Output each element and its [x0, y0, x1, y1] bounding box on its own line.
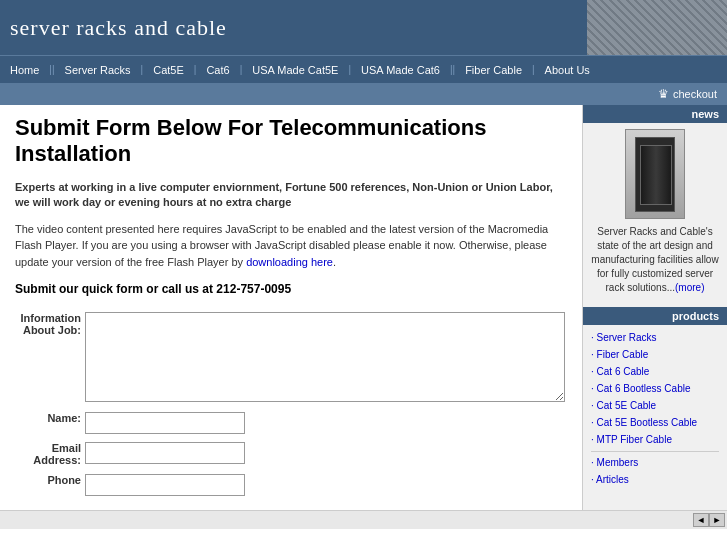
name-cell — [83, 408, 567, 438]
experts-text: Experts at working in a live computer en… — [15, 180, 567, 211]
nav-about-us[interactable]: About Us — [535, 56, 600, 83]
header: server racks and cable — [0, 0, 727, 55]
flash-notice: The video content presented here require… — [15, 221, 567, 271]
info-cell — [83, 308, 567, 408]
layout: Submit Form Below For Telecommunications… — [0, 105, 727, 510]
sidebar-news-text: Server Racks and Cable's state of the ar… — [589, 225, 721, 295]
nav-cat5e[interactable]: Cat5E — [143, 56, 194, 83]
email-cell — [83, 438, 567, 470]
name-label: Name: — [15, 408, 83, 438]
info-label: InformationAbout Job: — [15, 308, 83, 408]
checkout-bar: ♛ checkout — [0, 83, 727, 105]
form-row-info: InformationAbout Job: — [15, 308, 567, 408]
phone-label: Phone — [15, 470, 83, 500]
sidebar-more-link[interactable]: (more) — [675, 282, 704, 293]
sidebar-members-link[interactable]: · Members — [591, 456, 719, 470]
nav-bar: Home || Server Racks | Cat5E | Cat6 | US… — [0, 55, 727, 83]
form-row-phone: Phone — [15, 470, 567, 500]
sidebar-news-content: Server Racks and Cable's state of the ar… — [583, 123, 727, 301]
info-textarea[interactable] — [85, 312, 565, 402]
email-label: EmailAddress: — [15, 438, 83, 470]
form-intro: Submit our quick form or call us at 212-… — [15, 282, 567, 296]
crown-icon: ♛ — [658, 87, 669, 101]
nav-usa-cat5e[interactable]: USA Made Cat5E — [242, 56, 348, 83]
scroll-right-button[interactable]: ► — [709, 513, 725, 527]
product-server-racks[interactable]: · Server Racks — [591, 331, 719, 345]
sidebar-products-label: products — [583, 307, 727, 325]
phone-cell — [83, 470, 567, 500]
product-cat5e-cable[interactable]: · Cat 5E Cable — [591, 399, 719, 413]
sidebar: news Server Racks and Cable's state of t… — [582, 105, 727, 510]
rack-door — [640, 145, 672, 205]
form-row-email: EmailAddress: — [15, 438, 567, 470]
product-cat5e-bootless[interactable]: · Cat 5E Bootless Cable — [591, 416, 719, 430]
nav-home[interactable]: Home — [0, 56, 49, 83]
nav-fiber-cable[interactable]: Fiber Cable — [455, 56, 532, 83]
phone-input[interactable] — [85, 474, 245, 496]
nav-server-racks[interactable]: Server Racks — [55, 56, 141, 83]
flash-notice-after: . — [333, 256, 336, 268]
nav-cat6[interactable]: Cat6 — [196, 56, 239, 83]
page-title: Submit Form Below For Telecommunications… — [15, 115, 567, 168]
flash-download-link[interactable]: downloading here — [246, 256, 333, 268]
rack-image — [625, 129, 685, 219]
product-mtp-fiber[interactable]: · MTP Fiber Cable — [591, 433, 719, 447]
site-title: server racks and cable — [10, 15, 227, 41]
product-fiber-cable[interactable]: · Fiber Cable — [591, 348, 719, 362]
rack-inner — [635, 137, 675, 212]
name-input[interactable] — [85, 412, 245, 434]
scrollbar-area: ◄ ► — [0, 510, 727, 529]
email-input[interactable] — [85, 442, 245, 464]
form-table: InformationAbout Job: Name: EmailAddress… — [15, 308, 567, 500]
main-content: Submit Form Below For Telecommunications… — [0, 105, 582, 510]
product-cat6-cable[interactable]: · Cat 6 Cable — [591, 365, 719, 379]
header-image — [587, 0, 727, 55]
scroll-left-button[interactable]: ◄ — [693, 513, 709, 527]
sidebar-products-list: · Server Racks · Fiber Cable · Cat 6 Cab… — [583, 325, 727, 496]
sidebar-articles-link[interactable]: · Articles — [591, 473, 719, 487]
checkout-label: checkout — [673, 88, 717, 100]
sidebar-divider — [591, 451, 719, 452]
sidebar-news-label: news — [583, 105, 727, 123]
form-row-name: Name: — [15, 408, 567, 438]
checkout-button[interactable]: ♛ checkout — [658, 87, 717, 101]
nav-usa-cat6[interactable]: USA Made Cat6 — [351, 56, 450, 83]
product-cat6-bootless[interactable]: · Cat 6 Bootless Cable — [591, 382, 719, 396]
